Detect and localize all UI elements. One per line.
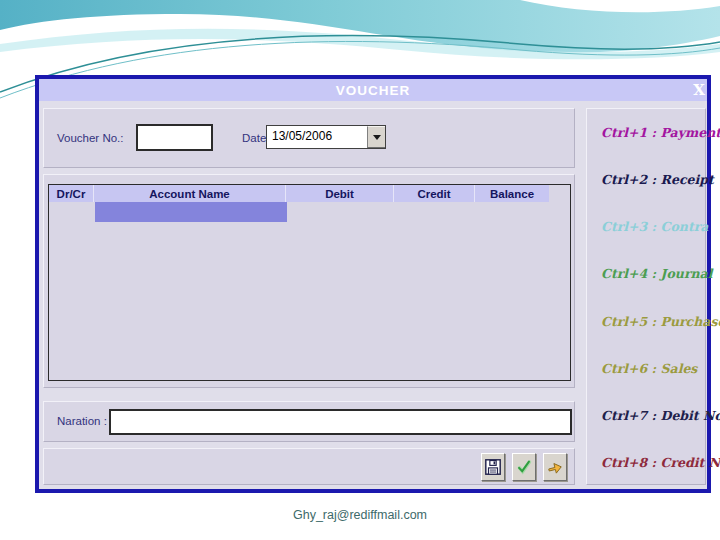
selected-account-cell[interactable] xyxy=(95,202,287,222)
close-icon[interactable]: X xyxy=(693,80,705,100)
voucher-no-input[interactable] xyxy=(136,124,213,151)
shortcut-contra: Ctrl+3 : Contra xyxy=(601,219,701,234)
shortcut-receipt: Ctrl+2 : Receipt xyxy=(601,172,701,187)
narration-input[interactable] xyxy=(109,409,572,435)
column-header-account: Account Name xyxy=(94,185,286,202)
date-dropdown-button[interactable] xyxy=(367,126,385,148)
column-header-debit: Debit xyxy=(286,185,394,202)
narration-panel: Naration : xyxy=(43,401,575,442)
window-titlebar: VOUCHER X xyxy=(39,79,707,101)
column-header-drcr: Dr/Cr xyxy=(49,185,94,202)
confirm-button[interactable] xyxy=(512,453,536,481)
shortcut-payment: Ctrl+1 : Payment xyxy=(601,125,701,140)
column-header-balance: Balance xyxy=(475,185,549,202)
voucher-window: VOUCHER X Voucher No.: Date : 13/05/2006… xyxy=(35,75,711,493)
voucher-no-label: Voucher No.: xyxy=(57,132,123,144)
shortcut-journal: Ctrl+4 : Journal xyxy=(601,266,701,281)
shortcut-credit-note: Ctrl+8 : Credit Note xyxy=(601,455,701,470)
save-floppy-icon xyxy=(484,458,502,476)
shortcut-sales: Ctrl+6 : Sales xyxy=(601,361,701,376)
date-value: 13/05/2006 xyxy=(267,126,367,148)
narration-label: Naration : xyxy=(57,415,107,427)
date-combobox[interactable]: 13/05/2006 xyxy=(266,125,386,149)
entries-panel: Dr/Cr Account Name Debit Credit Balance xyxy=(43,174,575,388)
save-button[interactable] xyxy=(481,453,505,481)
window-title: VOUCHER xyxy=(336,83,411,98)
toolbar-panel xyxy=(43,448,575,485)
confirm-check-icon xyxy=(515,458,533,476)
next-button[interactable] xyxy=(543,453,567,481)
voucher-header-panel: Voucher No.: Date : 13/05/2006 xyxy=(43,108,575,168)
next-arrow-icon xyxy=(546,458,564,476)
table-header-row: Dr/Cr Account Name Debit Credit Balance xyxy=(49,185,570,202)
column-header-credit: Credit xyxy=(394,185,475,202)
footer-email: Ghy_raj@rediffmail.com xyxy=(0,508,720,522)
shortcuts-sidebar: Ctrl+1 : Payment Ctrl+2 : Receipt Ctrl+3… xyxy=(586,108,706,485)
shortcut-debit-note: Ctrl+7 : Debit Note xyxy=(601,408,701,423)
shortcut-purchase: Ctrl+5 : Purchase xyxy=(601,314,701,329)
chevron-down-icon xyxy=(373,135,381,140)
entries-table: Dr/Cr Account Name Debit Credit Balance xyxy=(48,184,571,381)
